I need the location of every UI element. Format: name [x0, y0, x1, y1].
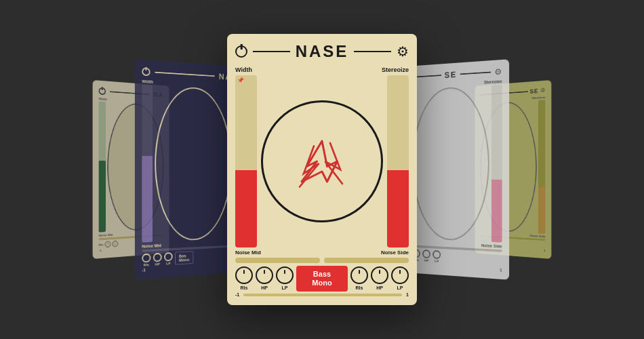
meter-container-left: 📌	[235, 75, 257, 247]
power-icon-left[interactable]	[142, 67, 150, 76]
waveform-svg	[271, 111, 373, 212]
sliders-row-main	[235, 258, 409, 263]
meter-fill-far-right	[538, 187, 545, 234]
meter-bar-right	[387, 75, 409, 247]
top-labels-main: Width Stereoize	[235, 66, 409, 73]
meter-fill-right	[491, 179, 502, 242]
lp-knob-main-left[interactable]	[276, 266, 294, 284]
stereoize-label-main: Stereoize	[382, 66, 409, 73]
control-rls-left: Rls	[235, 266, 253, 290]
lp-knob-right[interactable]	[432, 250, 441, 259]
gear-icon-right[interactable]: ⚙	[494, 66, 502, 77]
meter-bar-left: 📌	[235, 75, 257, 247]
meter-left	[142, 85, 153, 243]
control-rls-right: Rls	[350, 266, 368, 290]
meter-fill-right-main	[387, 170, 409, 247]
rls-label-main-right: Rls	[356, 285, 363, 290]
card-left: NA Width Noise Mid Rls HP LP BasMono	[135, 59, 238, 280]
title-far-right: SE	[530, 87, 538, 94]
lp-knob-main-right[interactable]	[391, 266, 409, 284]
bass-mono-button[interactable]: Bass Mono	[296, 266, 348, 292]
hp-knob-main-right[interactable]	[371, 266, 388, 284]
gear-icon-main[interactable]: ⚙	[397, 43, 409, 60]
hp-label-main-left: HP	[261, 285, 268, 290]
hp-label-right: HP	[424, 258, 429, 262]
lp-label-right: LP	[435, 259, 439, 262]
lp-label-left: LP	[166, 262, 170, 266]
knobs-row-main: Rls HP LP Bass Mono Rls HP	[235, 266, 409, 292]
rls-knob-left[interactable]	[142, 254, 150, 263]
card-right: SE ⚙ Stereoize Noise Side Rls HP LP	[406, 59, 509, 280]
rls-label-left: Rls	[144, 263, 149, 267]
noise-side-label-main: Noise Side	[381, 250, 409, 256]
display-row-main: 📌	[235, 75, 409, 247]
meter-fill-far-left	[99, 160, 106, 232]
circle-left	[155, 85, 231, 242]
slider-side-main[interactable]	[324, 258, 409, 263]
slider-mid-main[interactable]	[235, 258, 320, 263]
power-icon-main[interactable]	[235, 45, 247, 58]
meter-right	[491, 85, 502, 243]
circle-main	[261, 100, 383, 222]
hp-knob-main-left[interactable]	[256, 266, 273, 284]
circle-container-main	[261, 75, 383, 247]
plugin-stack: NA Width Noise Mid Rls -1 NA Width	[85, 27, 559, 312]
card-center-main: NASE ⚙ Width Stereoize 📌	[227, 34, 417, 305]
lp-knob-far-left[interactable]	[113, 241, 119, 247]
meter-container-right	[387, 75, 409, 247]
hp-label-main-right: HP	[376, 285, 383, 290]
range-left-main: -1	[235, 292, 239, 297]
lp-knob-left[interactable]	[164, 252, 173, 262]
section-labels-main: Noise Mid Noise Side	[235, 250, 409, 256]
main-range-slider[interactable]	[243, 294, 402, 296]
hp-knob-far-left[interactable]	[105, 241, 111, 247]
hp-knob-left[interactable]	[153, 253, 162, 262]
title-right: SE	[445, 70, 457, 80]
control-lp-right: LP	[391, 266, 409, 290]
power-icon-far-left[interactable]	[99, 87, 106, 94]
rls-knob-main-right[interactable]	[350, 266, 368, 284]
meter-left-far-left	[99, 102, 106, 233]
lp-label-main-right: LP	[397, 285, 403, 290]
rls-knob-main-left[interactable]	[235, 266, 253, 284]
header-main: NASE ⚙	[235, 42, 409, 61]
circle-right	[412, 85, 489, 242]
rls-label-main-left: Rls	[241, 285, 248, 290]
noise-mid-label-main: Noise Mid	[235, 250, 261, 256]
hp-knob-right[interactable]	[422, 250, 430, 258]
range-right-main: 1	[406, 292, 409, 297]
control-hp-right: HP	[371, 266, 388, 290]
meter-fill-left	[142, 156, 153, 243]
meter-far-right	[538, 100, 545, 234]
control-lp-left: LP	[276, 266, 294, 290]
meter-fill-left-main	[235, 170, 257, 247]
title-main: NASE	[296, 42, 349, 61]
pin-icon-main: 📌	[237, 77, 244, 83]
control-hp-left: HP	[256, 266, 273, 290]
rls-far-left: Rls	[99, 243, 104, 246]
bass-mono-left[interactable]: BasMono	[175, 251, 193, 264]
width-label-main: Width	[235, 66, 252, 73]
lp-label-main-left: LP	[282, 285, 288, 290]
hp-label-left: HP	[155, 262, 160, 266]
gear-icon-far-right[interactable]: ⚙	[540, 87, 545, 94]
range-row-main: -1 1	[235, 292, 409, 297]
